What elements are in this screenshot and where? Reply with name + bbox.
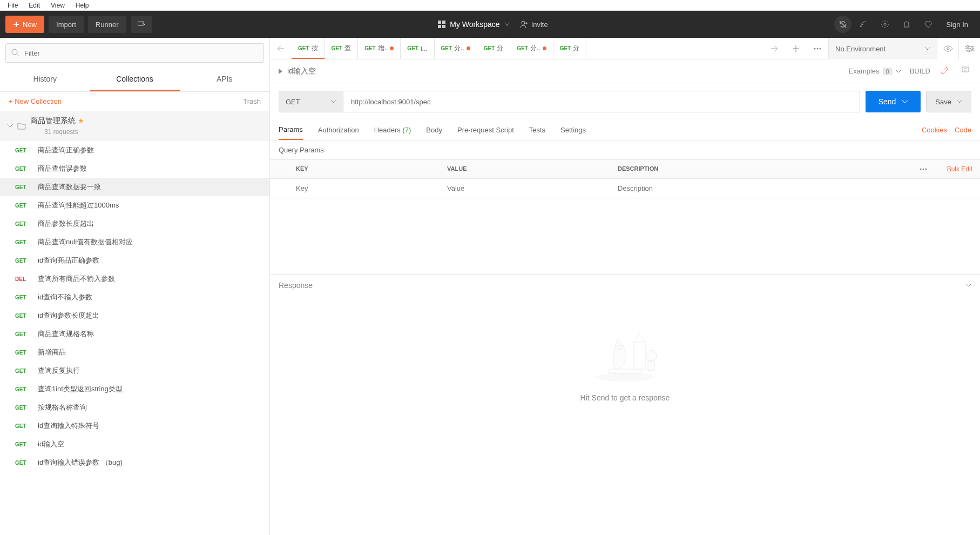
- tab-collections[interactable]: Collections: [90, 68, 179, 91]
- environment-selector[interactable]: No Environment: [829, 38, 937, 59]
- new-button-label: New: [23, 21, 37, 29]
- request-tab[interactable]: GET分: [553, 38, 587, 59]
- svg-point-6: [884, 23, 886, 25]
- menu-file[interactable]: File: [2, 2, 23, 9]
- request-item[interactable]: GETid查询商品正确参数: [0, 251, 269, 270]
- request-item[interactable]: GET商品查询正确参数: [0, 141, 269, 159]
- build-button[interactable]: BUILD: [910, 67, 930, 75]
- request-method: GET: [15, 423, 30, 429]
- request-tab[interactable]: GET分: [477, 38, 511, 59]
- param-value-input[interactable]: [440, 179, 610, 198]
- request-tab[interactable]: GETi...: [401, 38, 434, 59]
- new-button[interactable]: New: [5, 16, 44, 33]
- col-actions[interactable]: [907, 160, 940, 178]
- examples-dropdown[interactable]: Examples 0: [849, 67, 901, 75]
- tab-method: GET: [560, 45, 571, 51]
- tab-headers[interactable]: Headers (7): [374, 121, 411, 139]
- eye-icon: [943, 45, 953, 52]
- satellite-icon[interactable]: [854, 15, 873, 34]
- request-tab[interactable]: GET增..: [358, 38, 401, 59]
- tab-nav-back[interactable]: [270, 38, 292, 59]
- tab-nav-forward[interactable]: [763, 38, 785, 59]
- request-item[interactable]: GETid查询不输入参数: [0, 288, 269, 306]
- environment-quicklook-button[interactable]: [937, 38, 958, 59]
- invite-button[interactable]: Invite: [521, 21, 548, 29]
- code-link[interactable]: Code: [955, 126, 971, 134]
- svg-point-22: [646, 350, 657, 361]
- runner-button[interactable]: Runner: [88, 16, 126, 33]
- tab-params[interactable]: Params: [279, 120, 303, 140]
- request-item[interactable]: GET查询1int类型返回string类型: [0, 380, 269, 398]
- tab-prerequest[interactable]: Pre-request Script: [457, 121, 514, 139]
- request-item[interactable]: GETid查询输入特殊符号: [0, 417, 269, 435]
- request-tab[interactable]: GET按: [292, 38, 325, 59]
- svg-rect-20: [633, 342, 645, 369]
- menu-edit[interactable]: Edit: [23, 2, 45, 9]
- request-tab[interactable]: GET分..: [510, 38, 553, 59]
- tab-body[interactable]: Body: [426, 121, 442, 139]
- environment-settings-button[interactable]: [958, 38, 980, 59]
- params-table: KEY VALUE DESCRIPTION Bulk Edit: [270, 159, 980, 198]
- request-name: id查询输入错误参数 （bug): [38, 458, 123, 467]
- tab-settings[interactable]: Settings: [560, 121, 586, 139]
- filter-input[interactable]: [5, 43, 264, 63]
- svg-rect-3: [438, 25, 441, 28]
- save-button[interactable]: Save: [926, 91, 971, 112]
- url-input[interactable]: [343, 91, 860, 112]
- request-item[interactable]: GET新增商品: [0, 343, 269, 362]
- comment-icon[interactable]: [959, 64, 971, 78]
- edit-icon[interactable]: [939, 64, 951, 78]
- tab-authorization[interactable]: Authorization: [318, 121, 359, 139]
- request-tab[interactable]: GET分..: [435, 38, 477, 59]
- param-desc-input[interactable]: [610, 179, 980, 198]
- menu-view[interactable]: View: [45, 2, 70, 9]
- request-item[interactable]: GET查询反复执行: [0, 362, 269, 380]
- breadcrumb: id输入空: [279, 66, 316, 76]
- unsaved-dot-icon: [390, 46, 394, 50]
- workspace-selector[interactable]: My Workspace: [438, 20, 509, 29]
- request-item[interactable]: GET商品查询规格名称: [0, 325, 269, 343]
- menu-help[interactable]: Help: [70, 2, 94, 9]
- request-method: GET: [15, 313, 30, 319]
- cookies-link[interactable]: Cookies: [922, 126, 947, 134]
- bell-icon[interactable]: [897, 15, 916, 34]
- request-item[interactable]: GETid输入空: [0, 435, 269, 453]
- request-item[interactable]: GET商品参数长度超出: [0, 215, 269, 233]
- request-item[interactable]: DEL查询所有商品不输入参数: [0, 270, 269, 288]
- new-collection-button[interactable]: + New Collection: [9, 97, 62, 105]
- request-item[interactable]: GETid查询输入错误参数 （bug): [0, 453, 269, 472]
- tab-apis[interactable]: APIs: [180, 68, 269, 91]
- method-selector[interactable]: GET: [279, 91, 343, 112]
- request-item[interactable]: GETid查询参数长度超出: [0, 306, 269, 325]
- signin-button[interactable]: Sign In: [940, 21, 975, 29]
- examples-count: 0: [883, 68, 893, 75]
- tab-title: 分..: [530, 44, 540, 53]
- chevron-down-icon[interactable]: [966, 284, 971, 287]
- svg-rect-4: [442, 25, 445, 28]
- send-button[interactable]: Send: [866, 91, 921, 112]
- sync-off-icon[interactable]: [834, 16, 851, 33]
- import-button[interactable]: Import: [49, 16, 84, 33]
- bulk-edit-button[interactable]: Bulk Edit: [940, 160, 980, 178]
- tab-title: i...: [421, 45, 428, 52]
- request-item[interactable]: GET商品查询性能超过1000ms: [0, 196, 269, 215]
- svg-point-7: [12, 49, 17, 55]
- param-key-input[interactable]: [270, 179, 440, 198]
- request-tab[interactable]: GET查: [325, 38, 359, 59]
- request-item[interactable]: GET商品查错误参数: [0, 159, 269, 178]
- window-dropdown-button[interactable]: [131, 16, 152, 33]
- tab-options-button[interactable]: [807, 38, 828, 59]
- request-item[interactable]: GET商品查询null值有数据值相对应: [0, 233, 269, 251]
- heart-icon[interactable]: [918, 15, 938, 34]
- tab-tests[interactable]: Tests: [529, 121, 545, 139]
- new-tab-button[interactable]: [785, 38, 807, 59]
- collection-header[interactable]: 商品管理系统 ★ 31 requests: [0, 111, 269, 141]
- request-item[interactable]: GET按规格名称查询: [0, 398, 269, 417]
- request-item[interactable]: GET商品查询数据要一致: [0, 178, 269, 196]
- chevron-down-icon: [925, 47, 930, 50]
- settings-icon[interactable]: [875, 15, 895, 34]
- svg-point-5: [522, 21, 525, 24]
- send-label: Send: [878, 97, 896, 106]
- tab-history[interactable]: History: [0, 68, 90, 91]
- trash-button[interactable]: Trash: [243, 97, 261, 105]
